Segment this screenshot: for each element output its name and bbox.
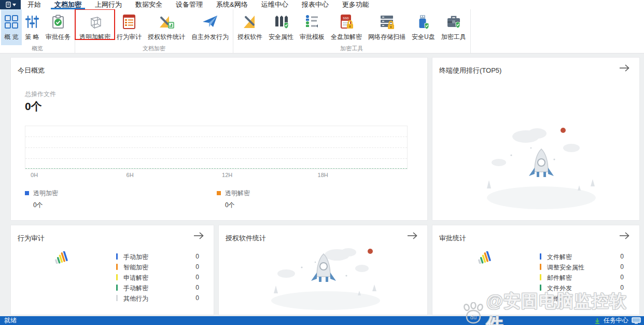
- x-tick: 18H: [318, 172, 328, 178]
- clipboard-check-icon: [51, 13, 65, 31]
- btn-behavior-audit[interactable]: 行为审计: [114, 9, 145, 45]
- stat-row: 文件解密0: [540, 253, 624, 260]
- ribbon-group-label: 文档加密: [75, 45, 233, 53]
- chart-x-axis: 0H 6H 12H 18H: [25, 172, 408, 179]
- tab-more-features[interactable]: 更多功能: [335, 0, 376, 9]
- row-value: 0: [184, 274, 199, 281]
- row-swatch: [116, 285, 118, 291]
- btn-overview[interactable]: 概 览: [1, 9, 22, 45]
- btn-encryption-tools[interactable]: 加密工具: [438, 9, 469, 45]
- row-value: 0: [184, 284, 199, 291]
- row-label: 文件解密: [547, 253, 572, 262]
- panel-licensed-software-stats: 授权软件统计: [218, 225, 428, 315]
- arrow-right-icon[interactable]: [619, 232, 630, 241]
- stat-row: 申请解密0: [116, 274, 199, 281]
- ribbon-group-overview: 概 览 策 略 审批任务 概览: [0, 9, 75, 53]
- sliders-icon: [25, 13, 39, 31]
- stat-row: 其他行为0: [116, 294, 199, 302]
- stat-row: 其他审批0: [540, 294, 624, 302]
- legend-swatch: [25, 191, 29, 195]
- row-value: 0: [608, 263, 624, 270]
- stat-row: 调整安全属性0: [540, 263, 624, 270]
- btn-security-attributes-label: 安全属性: [269, 33, 293, 42]
- tab-internet-behavior[interactable]: 上网行为: [88, 0, 129, 9]
- row-value: 0: [608, 294, 624, 302]
- row-value: 0: [608, 274, 624, 281]
- tab-report-center[interactable]: 报表中心: [295, 0, 335, 9]
- empty-state-rocket-illustration: [469, 115, 609, 215]
- arrow-right-icon[interactable]: [407, 232, 418, 241]
- btn-policy[interactable]: 策 略: [22, 9, 43, 45]
- paper-plane-icon: [202, 13, 218, 31]
- btn-overview-label: 概 览: [4, 33, 18, 42]
- ribbon-group-encryption-tools: 授权软件 安全属性 审批模板 SSD: [233, 9, 471, 53]
- arrow-right-icon[interactable]: [193, 232, 204, 241]
- monitor-icon[interactable]: [632, 317, 641, 324]
- stat-row: 智能加密0: [116, 263, 199, 270]
- audit-list-icon: [122, 13, 136, 31]
- mini-bars-icon: [477, 251, 492, 266]
- ssd-lock-icon: SSD: [339, 13, 354, 31]
- panel-today-overview: 今日概览 总操作文件 0个 0H 6H 12H 18H 透明加密 0个 透明解密: [10, 57, 428, 221]
- btn-licensed-software-stats-label: 授权软件统计: [148, 33, 185, 42]
- stat-row: 邮件解密0: [540, 274, 624, 281]
- approval-template-icon: [304, 13, 320, 31]
- tab-system-network[interactable]: 系统&网络: [209, 0, 255, 9]
- btn-approval-tasks[interactable]: 审批任务: [43, 9, 74, 45]
- panel-title: 行为审计: [18, 234, 45, 243]
- row-swatch: [116, 264, 118, 270]
- row-label: 手动加密: [123, 253, 148, 262]
- app-logo-icon: [5, 2, 11, 8]
- panel-terminal-rank: 终端使用排行(TOP5): [432, 57, 640, 221]
- empty-state-rocket-illustration: [254, 243, 394, 314]
- btn-fulldisk-encryption[interactable]: SSD 全盘加解密: [328, 9, 365, 45]
- panel-title: 今日概览: [18, 66, 45, 75]
- btn-transparent-encryption[interactable]: 透明加解密: [76, 9, 114, 45]
- btn-approval-template[interactable]: 审批模板: [297, 9, 328, 45]
- row-value: 0: [608, 284, 624, 291]
- ruler-pencil-icon: [242, 13, 258, 31]
- row-value: 0: [184, 263, 199, 270]
- btn-behavior-audit-label: 行为审计: [117, 33, 142, 42]
- panel-title: 授权软件统计: [226, 234, 266, 243]
- btn-secure-usb-label: 安全U盘: [412, 33, 435, 42]
- legend-label: 透明加密: [33, 189, 58, 197]
- app-menu-button[interactable]: [0, 0, 21, 9]
- btn-network-storage-scan[interactable]: 网络存储扫描: [365, 9, 409, 45]
- row-label: 文件外发: [547, 284, 572, 293]
- ruler-pencil-stats-icon: [158, 13, 175, 31]
- stat-value: 0个: [25, 99, 42, 114]
- btn-licensed-software[interactable]: 授权软件: [234, 9, 265, 45]
- x-tick: 12H: [222, 172, 232, 178]
- row-swatch: [116, 253, 118, 260]
- btn-licensed-software-stats[interactable]: 授权软件统计: [145, 9, 188, 45]
- x-tick: 0H: [31, 172, 38, 178]
- panel-approval-stats: 审批统计 文件解密0 调整安全属性0 邮件解密0 文件外发0 其他审批0: [432, 225, 640, 315]
- ribbon: 概 览 策 略 审批任务 概览: [0, 9, 644, 53]
- arrow-right-icon[interactable]: [619, 64, 630, 73]
- row-value: 0: [608, 253, 624, 260]
- btn-self-outgoing-behavior-label: 自主外发行为: [191, 33, 229, 42]
- stat-row: 文件外发0: [540, 284, 624, 291]
- row-swatch: [116, 295, 118, 301]
- tab-ops-center[interactable]: 运维中心: [255, 0, 295, 9]
- row-label: 其他审批: [547, 294, 572, 303]
- tab-doc-encryption[interactable]: 文档加密: [48, 0, 88, 9]
- panel-behavior-audit: 行为审计 手动加密0 智能加密0 申请解密0 手动解密0 其他行为0: [10, 225, 214, 315]
- btn-policy-label: 策 略: [25, 33, 39, 42]
- ribbon-group-doc-encryption: 透明加解密 行为审计 授权软件统计: [75, 9, 233, 53]
- stat-label: 总操作文件: [25, 90, 56, 99]
- tab-device-management[interactable]: 设备管理: [169, 0, 209, 9]
- tab-home[interactable]: 开始: [21, 0, 48, 9]
- row-value: 0: [184, 294, 199, 302]
- btn-self-outgoing-behavior[interactable]: 自主外发行为: [188, 9, 232, 45]
- btn-secure-usb[interactable]: 安全U盘: [409, 9, 438, 45]
- btn-security-attributes[interactable]: 安全属性: [265, 9, 297, 45]
- cube-icon: [87, 13, 103, 31]
- task-center-button[interactable]: 任务中心: [604, 316, 628, 325]
- legend-transparent-decrypt: 透明解密 0个: [217, 189, 250, 210]
- legend-swatch: [217, 191, 221, 195]
- svg-text:SSD: SSD: [343, 17, 348, 20]
- panel-title: 终端使用排行(TOP5): [439, 66, 501, 75]
- tab-data-security[interactable]: 数据安全: [129, 0, 169, 9]
